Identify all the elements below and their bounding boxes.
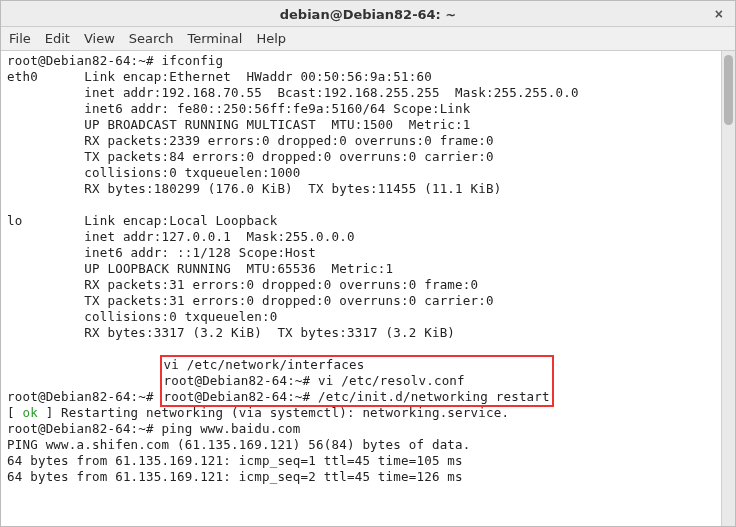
term-line: inet addr:192.168.70.55 Bcast:192.168.25… — [7, 85, 579, 100]
term-line: TX packets:84 errors:0 dropped:0 overrun… — [7, 149, 494, 164]
term-line: UP BROADCAST RUNNING MULTICAST MTU:1500 … — [7, 117, 471, 132]
terminal-window: debian@Debian82-64: ~ × File Edit View S… — [0, 0, 736, 527]
term-prompt: root@Debian82-64:~# — [164, 373, 319, 388]
menubar: File Edit View Search Terminal Help — [1, 27, 735, 51]
menu-help[interactable]: Help — [256, 31, 286, 46]
term-line: inet addr:127.0.0.1 Mask:255.0.0.0 — [7, 229, 355, 244]
term-line: RX bytes:3317 (3.2 KiB) TX bytes:3317 (3… — [7, 325, 455, 340]
term-line: [ — [7, 405, 22, 420]
term-line: collisions:0 txqueuelen:0 — [7, 309, 277, 324]
term-line: ] Restarting networking (via systemctl):… — [38, 405, 509, 420]
term-prompt: root@Debian82-64:~# — [164, 389, 319, 404]
status-ok: ok — [22, 405, 37, 420]
term-line: eth0 Link encap:Ethernet HWaddr 00:50:56… — [7, 69, 432, 84]
term-line: collisions:0 txqueuelen:1000 — [7, 165, 301, 180]
term-line: RX packets:31 errors:0 dropped:0 overrun… — [7, 277, 478, 292]
titlebar: debian@Debian82-64: ~ × — [1, 1, 735, 27]
term-cmd: vi /etc/resolv.conf — [318, 373, 465, 388]
term-cmd: /etc/init.d/networking restart — [318, 389, 550, 404]
term-line: root@Debian82-64:~# ping www.baidu.com — [7, 421, 301, 436]
highlighted-command: vi /etc/network/interfaces root@Debian82… — [162, 357, 552, 405]
term-line: inet6 addr: ::1/128 Scope:Host — [7, 245, 316, 260]
term-cmd: vi /etc/network/interfaces — [164, 357, 365, 372]
term-line: PING www.a.shifen.com (61.135.169.121) 5… — [7, 437, 471, 452]
term-line: UP LOOPBACK RUNNING MTU:65536 Metric:1 — [7, 261, 393, 276]
term-line: TX packets:31 errors:0 dropped:0 overrun… — [7, 293, 494, 308]
menu-edit[interactable]: Edit — [45, 31, 70, 46]
menu-terminal[interactable]: Terminal — [187, 31, 242, 46]
term-line: inet6 addr: fe80::250:56ff:fe9a:5160/64 … — [7, 101, 471, 116]
terminal-area: root@Debian82-64:~# ifconfig eth0 Link e… — [1, 51, 735, 526]
scrollbar[interactable] — [721, 51, 735, 526]
term-line: root@Debian82-64:~# ifconfig — [7, 53, 223, 68]
scrollbar-thumb[interactable] — [724, 55, 733, 125]
term-prompt: root@Debian82-64:~# — [7, 389, 162, 404]
menu-search[interactable]: Search — [129, 31, 174, 46]
menu-view[interactable]: View — [84, 31, 115, 46]
term-line: RX packets:2339 errors:0 dropped:0 overr… — [7, 133, 494, 148]
menu-file[interactable]: File — [9, 31, 31, 46]
term-line: lo Link encap:Local Loopback — [7, 213, 277, 228]
term-line: RX bytes:180299 (176.0 KiB) TX bytes:114… — [7, 181, 501, 196]
term-line: 64 bytes from 61.135.169.121: icmp_seq=1… — [7, 453, 463, 468]
close-icon[interactable]: × — [715, 7, 723, 21]
window-title: debian@Debian82-64: ~ — [280, 7, 457, 22]
term-line: 64 bytes from 61.135.169.121: icmp_seq=2… — [7, 469, 463, 484]
terminal-output[interactable]: root@Debian82-64:~# ifconfig eth0 Link e… — [1, 51, 721, 526]
